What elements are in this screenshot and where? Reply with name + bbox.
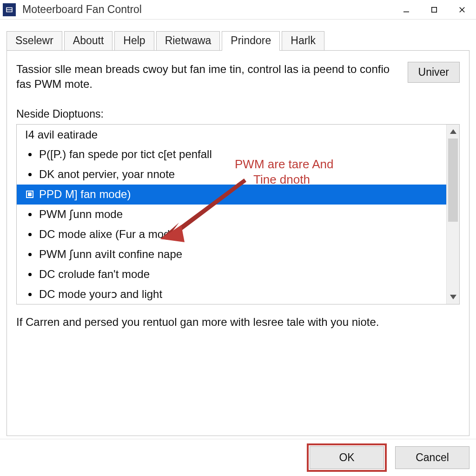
svg-rect-3 — [432, 7, 437, 12]
list-header: I4 avil eatirade — [17, 125, 446, 145]
svg-marker-7 — [450, 295, 456, 299]
scroll-up-icon[interactable] — [447, 125, 459, 139]
maximize-button[interactable] — [420, 0, 448, 20]
list-item[interactable]: PWM ʃunn mode — [17, 205, 446, 225]
svg-marker-6 — [450, 129, 456, 134]
list-item-label: DC mode yourɔ and light — [39, 288, 162, 301]
bullet-icon — [25, 293, 34, 296]
fan-control-window: Moteerboard Fan Control SselewrAbouttHel… — [0, 0, 476, 476]
dialog-footer: OK Cancel — [0, 439, 476, 476]
list-item-label: PPD M] fan mode) — [39, 188, 131, 201]
list-item-label: DC mode alixe (Fur a mode) — [39, 228, 180, 241]
options-listbox[interactable]: I4 avil eatiradeP([P.) fan spede por tic… — [16, 124, 460, 304]
app-icon — [3, 3, 16, 16]
bottom-note: If Carren and persed you rentuol gan mor… — [16, 316, 460, 329]
scroll-down-icon[interactable] — [447, 290, 459, 304]
tab-aboutt[interactable]: Aboutt — [64, 31, 113, 51]
panel-description: Tassior slle mean breads cwoy but fan im… — [16, 62, 398, 92]
list-item[interactable]: PWM ʃunn aviIt confine nape — [17, 245, 446, 264]
tab-prindore[interactable]: Prindore — [222, 31, 280, 51]
bullet-icon — [25, 213, 34, 216]
listbox-scrollbar[interactable] — [446, 125, 459, 304]
list-item-label: DC crolude fan't mode — [39, 268, 150, 281]
tab-harlk[interactable]: Harlk — [282, 31, 324, 51]
univer-button[interactable]: Univer — [408, 62, 460, 83]
scrollbar-thumb[interactable] — [448, 139, 458, 222]
tabstrip: SselewrAbouttHelpRietwawaPrindoreHarlk — [7, 31, 469, 50]
bullet-icon — [25, 173, 34, 176]
list-item-label: PWM ʃunn mode — [39, 208, 123, 221]
checkbox-icon — [26, 191, 33, 198]
minimize-button[interactable] — [392, 0, 420, 20]
tab-rietwawa[interactable]: Rietwawa — [156, 31, 220, 51]
list-item[interactable]: DK anot pervier, yoar nnote — [17, 165, 446, 185]
bullet-icon — [25, 233, 34, 236]
ok-button[interactable]: OK — [310, 446, 384, 469]
list-item-label: P([P.) fan spede por tict c[et penfall — [39, 148, 212, 161]
list-item-label: DK anot pervier, yoar nnote — [39, 168, 175, 181]
list-item[interactable]: PPD M] fan mode) — [17, 185, 446, 205]
tab-sselewr[interactable]: Sselewr — [7, 31, 62, 51]
titlebar: Moteerboard Fan Control — [0, 0, 476, 20]
bullet-icon — [25, 153, 34, 156]
cancel-button[interactable]: Cancel — [395, 446, 469, 469]
window-title: Moteerboard Fan Control — [22, 3, 142, 16]
list-item[interactable]: DC mode yourɔ and light — [17, 284, 446, 304]
tab-help[interactable]: Help — [114, 31, 154, 51]
list-item[interactable]: DC mode alixe (Fur a mode) — [17, 225, 446, 245]
bullet-icon — [25, 273, 34, 276]
list-item[interactable]: P([P.) fan spede por tict c[et penfall — [17, 145, 446, 165]
tab-panel-prindore: Tassior slle mean breads cwoy but fan im… — [7, 50, 469, 436]
bullet-icon — [25, 253, 34, 256]
list-label: Neside Dioptuons: — [16, 108, 460, 120]
list-item[interactable]: DC crolude fan't mode — [17, 264, 446, 284]
list-item-label: PWM ʃunn aviIt confine nape — [39, 248, 182, 261]
close-button[interactable] — [448, 0, 476, 20]
